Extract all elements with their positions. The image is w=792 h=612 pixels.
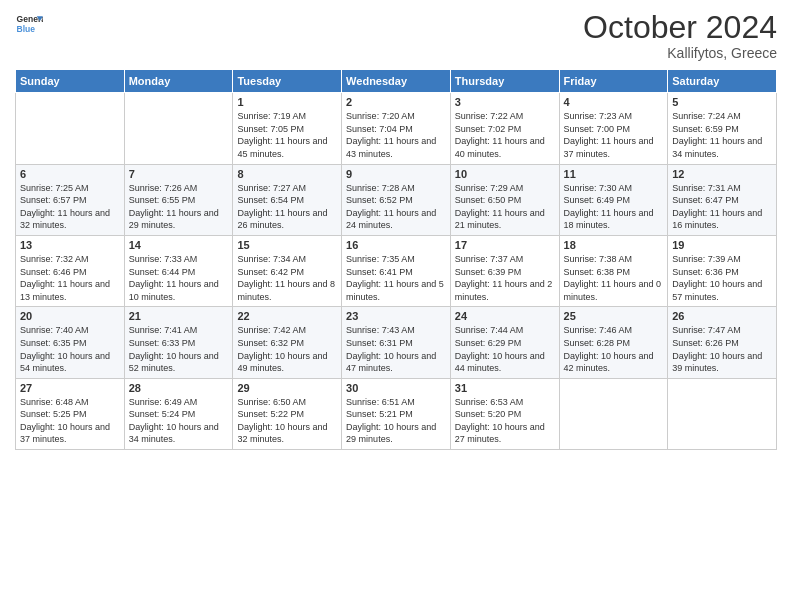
table-row: 12Sunrise: 7:31 AM Sunset: 6:47 PM Dayli… — [668, 164, 777, 235]
day-info: Sunrise: 7:41 AM Sunset: 6:33 PM Dayligh… — [129, 324, 229, 374]
day-info: Sunrise: 7:37 AM Sunset: 6:39 PM Dayligh… — [455, 253, 555, 303]
table-row: 13Sunrise: 7:32 AM Sunset: 6:46 PM Dayli… — [16, 235, 125, 306]
day-number: 27 — [20, 382, 120, 394]
page: General Blue October 2024 Kallifytos, Gr… — [0, 0, 792, 612]
table-row: 22Sunrise: 7:42 AM Sunset: 6:32 PM Dayli… — [233, 307, 342, 378]
day-number: 4 — [564, 96, 664, 108]
day-number: 9 — [346, 168, 446, 180]
table-row: 1Sunrise: 7:19 AM Sunset: 7:05 PM Daylig… — [233, 93, 342, 164]
table-row: 18Sunrise: 7:38 AM Sunset: 6:38 PM Dayli… — [559, 235, 668, 306]
day-info: Sunrise: 7:33 AM Sunset: 6:44 PM Dayligh… — [129, 253, 229, 303]
day-number: 10 — [455, 168, 555, 180]
table-row: 17Sunrise: 7:37 AM Sunset: 6:39 PM Dayli… — [450, 235, 559, 306]
table-row — [668, 378, 777, 449]
title-block: October 2024 Kallifytos, Greece — [583, 10, 777, 61]
calendar-week-row: 6Sunrise: 7:25 AM Sunset: 6:57 PM Daylig… — [16, 164, 777, 235]
day-info: Sunrise: 7:46 AM Sunset: 6:28 PM Dayligh… — [564, 324, 664, 374]
day-info: Sunrise: 7:39 AM Sunset: 6:36 PM Dayligh… — [672, 253, 772, 303]
table-row: 2Sunrise: 7:20 AM Sunset: 7:04 PM Daylig… — [342, 93, 451, 164]
day-number: 23 — [346, 310, 446, 322]
day-number: 29 — [237, 382, 337, 394]
day-info: Sunrise: 7:32 AM Sunset: 6:46 PM Dayligh… — [20, 253, 120, 303]
day-info: Sunrise: 6:53 AM Sunset: 5:20 PM Dayligh… — [455, 396, 555, 446]
table-row: 7Sunrise: 7:26 AM Sunset: 6:55 PM Daylig… — [124, 164, 233, 235]
day-info: Sunrise: 6:51 AM Sunset: 5:21 PM Dayligh… — [346, 396, 446, 446]
table-row: 24Sunrise: 7:44 AM Sunset: 6:29 PM Dayli… — [450, 307, 559, 378]
day-info: Sunrise: 7:42 AM Sunset: 6:32 PM Dayligh… — [237, 324, 337, 374]
table-row: 16Sunrise: 7:35 AM Sunset: 6:41 PM Dayli… — [342, 235, 451, 306]
day-info: Sunrise: 7:34 AM Sunset: 6:42 PM Dayligh… — [237, 253, 337, 303]
table-row: 23Sunrise: 7:43 AM Sunset: 6:31 PM Dayli… — [342, 307, 451, 378]
day-info: Sunrise: 6:48 AM Sunset: 5:25 PM Dayligh… — [20, 396, 120, 446]
calendar-header-row: Sunday Monday Tuesday Wednesday Thursday… — [16, 70, 777, 93]
day-info: Sunrise: 7:20 AM Sunset: 7:04 PM Dayligh… — [346, 110, 446, 160]
table-row: 30Sunrise: 6:51 AM Sunset: 5:21 PM Dayli… — [342, 378, 451, 449]
calendar-table: Sunday Monday Tuesday Wednesday Thursday… — [15, 69, 777, 450]
day-info: Sunrise: 7:43 AM Sunset: 6:31 PM Dayligh… — [346, 324, 446, 374]
header: General Blue October 2024 Kallifytos, Gr… — [15, 10, 777, 61]
day-info: Sunrise: 7:24 AM Sunset: 6:59 PM Dayligh… — [672, 110, 772, 160]
location: Kallifytos, Greece — [583, 45, 777, 61]
calendar-week-row: 27Sunrise: 6:48 AM Sunset: 5:25 PM Dayli… — [16, 378, 777, 449]
table-row: 31Sunrise: 6:53 AM Sunset: 5:20 PM Dayli… — [450, 378, 559, 449]
day-number: 12 — [672, 168, 772, 180]
day-info: Sunrise: 7:47 AM Sunset: 6:26 PM Dayligh… — [672, 324, 772, 374]
table-row: 6Sunrise: 7:25 AM Sunset: 6:57 PM Daylig… — [16, 164, 125, 235]
day-info: Sunrise: 6:49 AM Sunset: 5:24 PM Dayligh… — [129, 396, 229, 446]
day-info: Sunrise: 7:19 AM Sunset: 7:05 PM Dayligh… — [237, 110, 337, 160]
month-title: October 2024 — [583, 10, 777, 45]
table-row: 28Sunrise: 6:49 AM Sunset: 5:24 PM Dayli… — [124, 378, 233, 449]
calendar-week-row: 13Sunrise: 7:32 AM Sunset: 6:46 PM Dayli… — [16, 235, 777, 306]
col-thursday: Thursday — [450, 70, 559, 93]
day-number: 15 — [237, 239, 337, 251]
table-row: 21Sunrise: 7:41 AM Sunset: 6:33 PM Dayli… — [124, 307, 233, 378]
table-row: 25Sunrise: 7:46 AM Sunset: 6:28 PM Dayli… — [559, 307, 668, 378]
col-saturday: Saturday — [668, 70, 777, 93]
calendar-week-row: 1Sunrise: 7:19 AM Sunset: 7:05 PM Daylig… — [16, 93, 777, 164]
logo: General Blue — [15, 10, 43, 38]
table-row: 20Sunrise: 7:40 AM Sunset: 6:35 PM Dayli… — [16, 307, 125, 378]
day-number: 6 — [20, 168, 120, 180]
day-info: Sunrise: 7:38 AM Sunset: 6:38 PM Dayligh… — [564, 253, 664, 303]
table-row — [559, 378, 668, 449]
day-number: 31 — [455, 382, 555, 394]
day-number: 25 — [564, 310, 664, 322]
day-number: 19 — [672, 239, 772, 251]
table-row: 10Sunrise: 7:29 AM Sunset: 6:50 PM Dayli… — [450, 164, 559, 235]
day-number: 1 — [237, 96, 337, 108]
day-number: 16 — [346, 239, 446, 251]
day-info: Sunrise: 7:30 AM Sunset: 6:49 PM Dayligh… — [564, 182, 664, 232]
table-row: 9Sunrise: 7:28 AM Sunset: 6:52 PM Daylig… — [342, 164, 451, 235]
table-row: 14Sunrise: 7:33 AM Sunset: 6:44 PM Dayli… — [124, 235, 233, 306]
day-number: 7 — [129, 168, 229, 180]
table-row: 4Sunrise: 7:23 AM Sunset: 7:00 PM Daylig… — [559, 93, 668, 164]
day-number: 18 — [564, 239, 664, 251]
day-number: 28 — [129, 382, 229, 394]
day-info: Sunrise: 7:35 AM Sunset: 6:41 PM Dayligh… — [346, 253, 446, 303]
day-info: Sunrise: 7:40 AM Sunset: 6:35 PM Dayligh… — [20, 324, 120, 374]
day-number: 13 — [20, 239, 120, 251]
table-row: 8Sunrise: 7:27 AM Sunset: 6:54 PM Daylig… — [233, 164, 342, 235]
table-row — [124, 93, 233, 164]
day-number: 17 — [455, 239, 555, 251]
day-info: Sunrise: 7:23 AM Sunset: 7:00 PM Dayligh… — [564, 110, 664, 160]
table-row: 5Sunrise: 7:24 AM Sunset: 6:59 PM Daylig… — [668, 93, 777, 164]
svg-text:Blue: Blue — [17, 24, 36, 34]
day-number: 2 — [346, 96, 446, 108]
day-number: 20 — [20, 310, 120, 322]
col-monday: Monday — [124, 70, 233, 93]
day-info: Sunrise: 7:29 AM Sunset: 6:50 PM Dayligh… — [455, 182, 555, 232]
day-number: 30 — [346, 382, 446, 394]
table-row: 15Sunrise: 7:34 AM Sunset: 6:42 PM Dayli… — [233, 235, 342, 306]
day-info: Sunrise: 6:50 AM Sunset: 5:22 PM Dayligh… — [237, 396, 337, 446]
col-friday: Friday — [559, 70, 668, 93]
calendar-week-row: 20Sunrise: 7:40 AM Sunset: 6:35 PM Dayli… — [16, 307, 777, 378]
day-number: 24 — [455, 310, 555, 322]
table-row: 29Sunrise: 6:50 AM Sunset: 5:22 PM Dayli… — [233, 378, 342, 449]
day-number: 8 — [237, 168, 337, 180]
day-number: 14 — [129, 239, 229, 251]
day-info: Sunrise: 7:25 AM Sunset: 6:57 PM Dayligh… — [20, 182, 120, 232]
day-info: Sunrise: 7:27 AM Sunset: 6:54 PM Dayligh… — [237, 182, 337, 232]
day-number: 3 — [455, 96, 555, 108]
day-info: Sunrise: 7:44 AM Sunset: 6:29 PM Dayligh… — [455, 324, 555, 374]
